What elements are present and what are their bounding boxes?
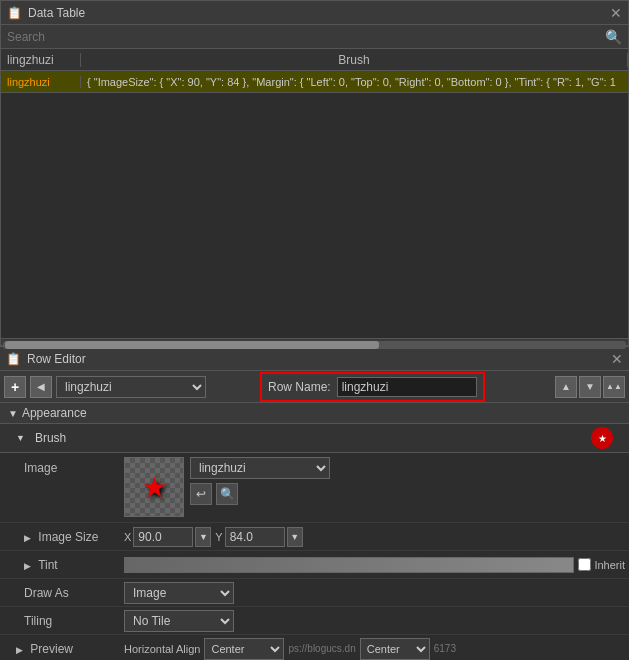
h-align-select[interactable]: Center — [204, 638, 284, 660]
row-name-group: Row Name: — [260, 372, 485, 402]
x-field: X ▼ — [124, 527, 211, 547]
x-stepper-icon[interactable]: ▼ — [195, 527, 211, 547]
x-label: X — [124, 531, 131, 543]
image-size-row: ▶ Image Size X ▼ Y ▼ — [0, 523, 629, 551]
brush-star-icon: ★ — [591, 427, 613, 449]
table-body — [1, 93, 628, 338]
draw-as-select[interactable]: Image — [124, 582, 234, 604]
col-header-name: lingzhuzi — [1, 53, 81, 67]
preview-row: ▶ Preview Horizontal Align Center ps://b… — [0, 635, 629, 660]
y-stepper-icon[interactable]: ▼ — [287, 527, 303, 547]
tint-label: ▶ Tint — [0, 554, 120, 576]
data-table-close-icon[interactable]: ✕ — [610, 6, 622, 20]
image-select-dropdown[interactable]: lingzhuzi — [190, 457, 330, 479]
col-header-brush: Brush — [81, 53, 628, 67]
row-name-input[interactable] — [337, 377, 477, 397]
appearance-triangle-icon: ▼ — [8, 408, 18, 419]
image-preview: ★ — [124, 457, 184, 517]
trailing-num: 6173 — [434, 643, 456, 654]
draw-as-value: Image — [120, 580, 629, 606]
tint-value: Inherit — [120, 555, 629, 575]
image-back-button[interactable]: ↩ — [190, 483, 212, 505]
preview-label: ▶ Preview — [0, 638, 120, 660]
brush-section-header[interactable]: ▼ Brush ★ — [0, 424, 629, 453]
row-editor-title: 📋 Row Editor — [6, 352, 86, 366]
image-value: ★ lingzhuzi ↩ 🔍 — [120, 453, 629, 521]
image-label: Image — [0, 453, 120, 479]
tiling-row: Tiling No Tile — [0, 607, 629, 635]
data-table-header: 📋 Data Table ✕ — [1, 1, 628, 25]
brush-label: Brush — [35, 431, 66, 445]
nav-up-button[interactable]: ▲ — [555, 376, 577, 398]
table-row[interactable]: lingzhuzi { "ImageSize": { "X": 90, "Y":… — [1, 71, 628, 93]
image-star-icon: ★ — [142, 471, 167, 504]
search-input[interactable] — [7, 30, 605, 44]
inherit-checkbox-group: Inherit — [578, 558, 625, 571]
image-field-group: lingzhuzi ↩ 🔍 — [190, 457, 330, 505]
tiling-label: Tiling — [0, 610, 120, 632]
image-actions: ↩ 🔍 — [190, 483, 330, 505]
arrow-left-button[interactable]: ◀ — [30, 376, 52, 398]
nav-buttons: ▲ ▼ ▲▲ — [555, 376, 625, 398]
row-editor-header: 📋 Row Editor ✕ — [0, 347, 629, 371]
data-table-panel: 📋 Data Table ✕ 🔍 lingzhuzi Brush lingzhu… — [0, 0, 629, 345]
brush-foldout-icon: ▼ — [16, 433, 25, 443]
nav-down-button[interactable]: ▼ — [579, 376, 601, 398]
preview-foldout-icon: ▶ — [16, 645, 23, 655]
inherit-label: Inherit — [594, 559, 625, 571]
row-editor-toolbar: + ◀ lingzhuzi Row Name: ▲ ▼ ▲▲ — [0, 371, 629, 403]
draw-as-label: Draw As — [0, 582, 120, 604]
row-editor-close-icon[interactable]: ✕ — [611, 352, 623, 366]
image-size-value: X ▼ Y ▼ — [120, 525, 629, 549]
appearance-section-header[interactable]: ▼ Appearance — [0, 403, 629, 424]
image-size-label: ▶ Image Size — [0, 526, 120, 548]
row-select-dropdown[interactable]: lingzhuzi — [56, 376, 206, 398]
tiling-select[interactable]: No Tile — [124, 610, 234, 632]
y-field: Y ▼ — [215, 527, 302, 547]
draw-as-row: Draw As Image — [0, 579, 629, 607]
table-icon: 📋 — [7, 6, 22, 20]
nav-top-button[interactable]: ▲▲ — [603, 376, 625, 398]
url-watermark: ps://blogucs.dn — [288, 643, 355, 654]
add-row-button[interactable]: + — [4, 376, 26, 398]
tint-row: ▶ Tint Inherit — [0, 551, 629, 579]
image-search-button[interactable]: 🔍 — [216, 483, 238, 505]
row-editor-panel: 📋 Row Editor ✕ + ◀ lingzhuzi Row Name: ▲… — [0, 345, 629, 660]
inherit-checkbox[interactable] — [578, 558, 591, 571]
search-icon: 🔍 — [605, 29, 622, 45]
cell-row-name: lingzhuzi — [1, 76, 81, 88]
tiling-value: No Tile — [120, 608, 629, 634]
preview-value: Horizontal Align Center ps://blogucs.dn … — [120, 636, 629, 661]
tint-color-bar[interactable] — [124, 557, 574, 573]
x-input[interactable] — [133, 527, 193, 547]
row-editor-title-text: Row Editor — [27, 352, 86, 366]
tint-foldout-icon: ▶ — [24, 561, 31, 571]
cell-row-value: { "ImageSize": { "X": 90, "Y": 84 }, "Ma… — [81, 76, 628, 88]
h-align-label: Horizontal Align — [124, 643, 200, 655]
scrollbar-thumb[interactable] — [5, 341, 379, 349]
search-bar: 🔍 — [1, 25, 628, 49]
v-align-select[interactable]: Center — [360, 638, 430, 660]
y-input[interactable] — [225, 527, 285, 547]
data-table-title-text: Data Table — [28, 6, 85, 20]
row-editor-icon: 📋 — [6, 352, 21, 366]
column-header-row: lingzhuzi Brush — [1, 49, 628, 71]
horizontal-scrollbar[interactable] — [1, 338, 628, 350]
image-property-row: Image ★ lingzhuzi ↩ 🔍 — [0, 453, 629, 523]
appearance-label: Appearance — [22, 406, 87, 420]
scrollbar-track — [3, 341, 626, 349]
data-table-title: 📋 Data Table — [7, 6, 85, 20]
row-name-label: Row Name: — [268, 380, 331, 394]
y-label: Y — [215, 531, 222, 543]
image-size-foldout-icon: ▶ — [24, 533, 31, 543]
